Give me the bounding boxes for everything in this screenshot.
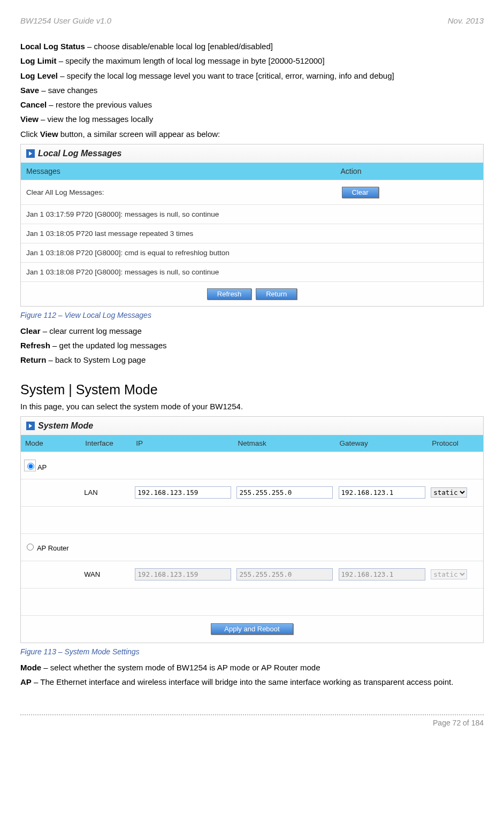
panel-header-local-log: Local Log Messages (21, 144, 483, 163)
ap-radio-wrap (24, 460, 36, 471)
def-return: Return – back to System Log page (20, 355, 484, 365)
def-log-limit: Log Limit – specify the maximum length o… (20, 56, 484, 66)
apply-reboot-button[interactable]: Apply and Reboot (211, 623, 293, 635)
mode-aprouter-label: AP Router (37, 544, 69, 552)
ap-netmask-input[interactable] (236, 486, 332, 499)
mode-table-header: Mode Interface IP Netmask Gateway Protoc… (21, 435, 483, 452)
header-right: Nov. 2013 (448, 16, 484, 25)
aprouter-netmask-input (236, 568, 332, 580)
table-row: Jan 1 03:18:05 P720 last message repeate… (21, 224, 483, 243)
mode-ap-radio[interactable] (27, 463, 34, 470)
page-number: Page 72 of 184 (433, 719, 484, 727)
figure-113-caption: Figure 113 – System Mode Settings (20, 647, 484, 656)
click-view-sentence: Click View button, a similar screen will… (20, 129, 484, 140)
panel-header-system-mode: System Mode (21, 417, 483, 435)
panel-title: Local Log Messages (38, 149, 122, 158)
log-button-row: Refresh Return (21, 281, 483, 306)
col-ip: IP (132, 435, 233, 452)
mode-table: Mode Interface IP Netmask Gateway Protoc… (21, 435, 483, 643)
log-table: Messages Action Clear All Log Messages: … (21, 163, 483, 306)
ap-protocol-select[interactable]: static (431, 487, 467, 498)
col-gateway: Gateway (335, 435, 428, 452)
table-row: Jan 1 03:18:08 P720 [G8000]: cmd is equa… (21, 243, 483, 262)
ap-gateway-input[interactable] (339, 486, 426, 499)
col-messages: Messages (21, 163, 335, 180)
log-message: Jan 1 03:17:59 P720 [G8000]: messages is… (21, 204, 483, 224)
table-row: Jan 1 03:18:08 P720 [G8000]: messages is… (21, 262, 483, 281)
return-button[interactable]: Return (256, 288, 297, 300)
def-view: View – view the log messages locally (20, 114, 484, 125)
def-refresh: Refresh – get the updated log messages (20, 340, 484, 351)
def-clear: Clear – clear current log message (20, 326, 484, 337)
aprouter-protocol-select: static (431, 569, 467, 579)
table-row: LAN static (21, 479, 483, 506)
body-content: Local Log Status – choose disable/enable… (20, 41, 484, 688)
header-left: BW1254 User Guide v1.0 (20, 16, 111, 25)
section-title-system-mode: System | System Mode (20, 382, 484, 398)
clear-button[interactable]: Clear (342, 187, 379, 198)
arrow-right-icon (26, 422, 35, 430)
ap-interface: LAN (81, 479, 132, 506)
def-ap-submode: AP – The Ethernet interface and wireless… (20, 677, 484, 688)
page-footer: Page 72 of 184 (20, 714, 484, 727)
table-row: Clear All Log Messages: Clear (21, 180, 483, 204)
def-mode: Mode – select whether the system mode of… (20, 662, 484, 673)
table-row: AP Router (21, 533, 483, 561)
col-action: Action (335, 163, 483, 180)
log-message: Jan 1 03:18:05 P720 last message repeate… (21, 224, 483, 243)
def-cancel: Cancel – restore the previous values (20, 100, 484, 110)
apply-row: Apply and Reboot (21, 615, 483, 643)
figure-112-caption: Figure 112 – View Local Log Messages (20, 311, 484, 319)
log-message: Jan 1 03:18:08 P720 [G8000]: cmd is equa… (21, 243, 483, 262)
table-row (21, 588, 483, 615)
arrow-right-icon (26, 149, 35, 158)
aprouter-gateway-input (339, 568, 426, 580)
col-mode: Mode (21, 435, 81, 452)
table-row (21, 506, 483, 533)
aprouter-interface: WAN (81, 561, 132, 588)
log-table-header: Messages Action (21, 163, 483, 180)
clear-all-label: Clear All Log Messages: (21, 180, 335, 204)
col-netmask: Netmask (233, 435, 335, 452)
col-protocol: Protocol (427, 435, 483, 452)
table-row: AP (21, 452, 483, 479)
def-save: Save – save changes (20, 85, 484, 96)
table-row: WAN static (21, 561, 483, 588)
ap-ip-input[interactable] (135, 486, 231, 499)
col-interface: Interface (81, 435, 132, 452)
log-message: Jan 1 03:18:08 P720 [G8000]: messages is… (21, 262, 483, 281)
mode-ap-label: AP (37, 463, 47, 471)
refresh-button[interactable]: Refresh (207, 288, 252, 300)
panel-title: System Mode (38, 421, 93, 431)
def-log-level: Log Level – specify the local log messag… (20, 71, 484, 81)
def-local-log-status: Local Log Status – choose disable/enable… (20, 41, 484, 52)
section-intro: In this page, you can select the system … (20, 401, 484, 412)
aprouter-ip-input (135, 568, 231, 580)
mode-aprouter-radio[interactable] (27, 544, 34, 551)
system-mode-panel: System Mode Mode Interface IP Netmask Ga… (20, 416, 484, 643)
local-log-panel: Local Log Messages Messages Action Clear… (20, 144, 484, 307)
table-row: Jan 1 03:17:59 P720 [G8000]: messages is… (21, 204, 483, 224)
page-header: BW1254 User Guide v1.0 Nov. 2013 (20, 16, 484, 25)
